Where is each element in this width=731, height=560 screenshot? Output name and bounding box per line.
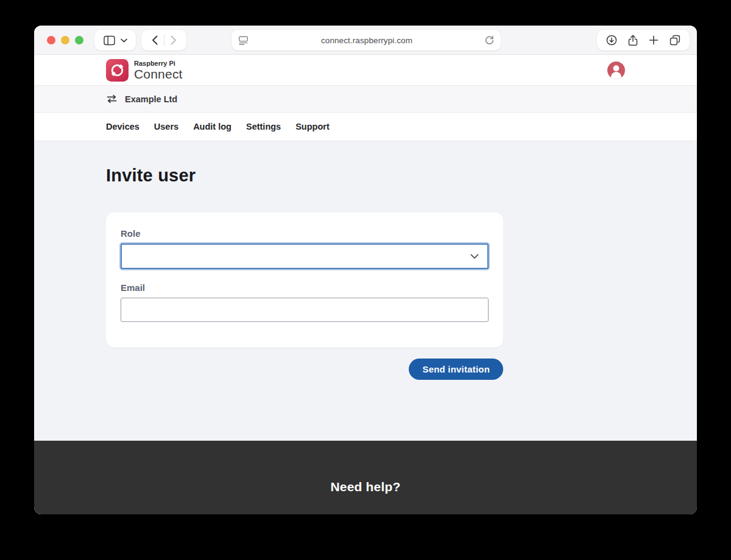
nav-item-audit-log[interactable]: Audit log — [193, 122, 231, 131]
email-label: Email — [121, 282, 489, 293]
main-content: Invite user Role Email Send i — [34, 141, 697, 441]
close-window-button[interactable] — [47, 36, 55, 44]
url-text[interactable]: connect.raspberrypi.com — [249, 36, 485, 45]
sidebar-toggle-group[interactable] — [94, 30, 136, 51]
share-icon[interactable] — [628, 35, 638, 46]
brand-logo[interactable]: Raspberry Pi Connect — [106, 59, 183, 82]
connect-logo-icon — [106, 59, 129, 82]
user-avatar[interactable] — [607, 61, 625, 79]
reader-view-icon[interactable] — [238, 35, 249, 46]
role-select[interactable] — [121, 243, 489, 269]
organisation-switcher[interactable]: Example Ltd — [106, 94, 177, 104]
tab-overview-icon[interactable] — [669, 35, 680, 46]
email-input[interactable] — [121, 298, 489, 322]
nav-item-settings[interactable]: Settings — [246, 122, 281, 131]
browser-toolbar: connect.raspberrypi.com — [34, 26, 697, 55]
role-label: Role — [121, 228, 489, 239]
organisation-bar: Example Ltd — [34, 85, 697, 113]
nav-item-support[interactable]: Support — [295, 122, 330, 131]
site-header: Raspberry Pi Connect — [34, 55, 697, 85]
send-invitation-button[interactable]: Send invitation — [409, 359, 503, 380]
new-tab-icon[interactable] — [649, 35, 659, 45]
page-title: Invite user — [106, 166, 625, 186]
switch-organisation-icon — [106, 94, 118, 103]
back-button[interactable] — [146, 30, 164, 51]
reload-icon[interactable] — [485, 35, 494, 45]
address-bar[interactable]: connect.raspberrypi.com — [231, 30, 501, 51]
select-chevron-down-icon — [470, 254, 479, 259]
downloads-icon[interactable] — [606, 35, 617, 46]
invite-user-card: Role Email — [106, 212, 503, 348]
need-help-link[interactable]: Need help? — [330, 480, 400, 494]
nav-item-users[interactable]: Users — [154, 122, 178, 131]
site-footer: Need help? — [34, 441, 697, 514]
brand-raspberry-pi: Raspberry Pi — [134, 60, 183, 67]
minimize-window-button[interactable] — [61, 36, 69, 44]
nav-item-devices[interactable]: Devices — [106, 122, 139, 131]
toolbar-actions-group — [597, 30, 690, 51]
window-controls — [47, 36, 83, 44]
organisation-name: Example Ltd — [125, 94, 177, 104]
history-nav-group — [141, 30, 186, 51]
zoom-window-button[interactable] — [75, 36, 83, 44]
chevron-down-icon[interactable] — [121, 38, 127, 43]
brand-text: Raspberry Pi Connect — [134, 60, 183, 80]
browser-window: connect.raspberrypi.com — [34, 26, 697, 514]
sidebar-icon[interactable] — [104, 35, 115, 46]
site-nav: Devices Users Audit log Settings Support — [34, 113, 697, 141]
forward-button[interactable] — [164, 30, 183, 51]
brand-connect: Connect — [134, 68, 183, 80]
